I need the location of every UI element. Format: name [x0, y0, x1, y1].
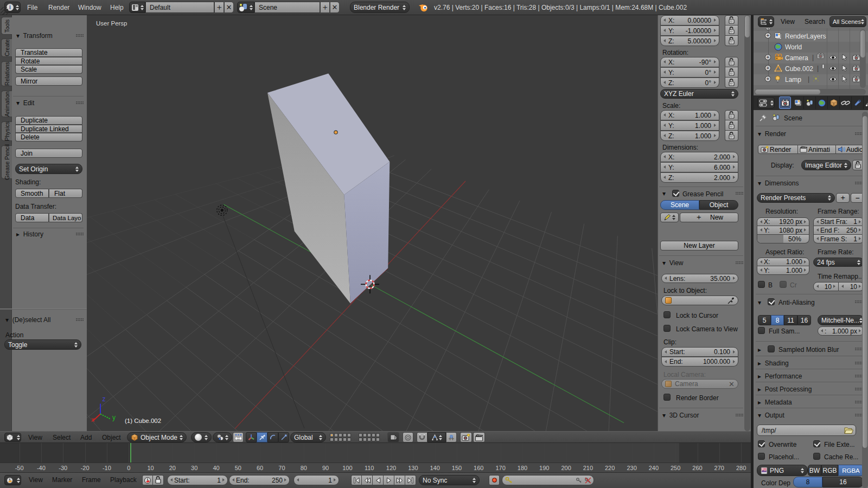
- svg-text:(1) Cube.002: (1) Cube.002: [125, 418, 161, 424]
- svg-text:User Persp: User Persp: [96, 20, 127, 27]
- svg-text:x: x: [91, 416, 94, 423]
- svg-text:z: z: [103, 395, 106, 403]
- svg-text:y: y: [112, 414, 116, 421]
